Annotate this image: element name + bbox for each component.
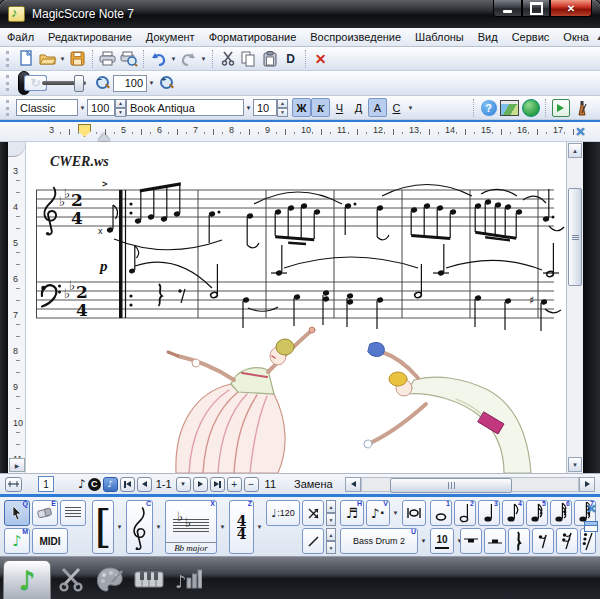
- page-number-box[interactable]: 1: [38, 476, 54, 492]
- zoom-dropdown[interactable]: ▼: [147, 74, 156, 92]
- tempo-slider[interactable]: [42, 81, 86, 85]
- open-dropdown[interactable]: ▼: [58, 50, 67, 68]
- time-dropdown[interactable]: ▼: [255, 521, 264, 533]
- italic-button[interactable]: K: [311, 98, 330, 117]
- select-tool-button[interactable]: Q: [4, 500, 30, 526]
- print-preview-button[interactable]: [118, 49, 139, 69]
- style-scale-spinner[interactable]: ▲▼: [115, 99, 126, 117]
- style-preset-select[interactable]: Classic: [16, 99, 78, 116]
- duration-32nd-button[interactable]: 6: [550, 500, 572, 526]
- bracket-dropdown[interactable]: ▼: [115, 521, 124, 533]
- eraser-tool-button[interactable]: E: [32, 500, 58, 526]
- screenshot-button[interactable]: [499, 98, 520, 118]
- tuplet-spinner[interactable]: ▲▼: [326, 528, 336, 554]
- underline-button[interactable]: Ч: [330, 98, 349, 117]
- copy-button[interactable]: [238, 49, 259, 69]
- rest-half-button[interactable]: [484, 528, 506, 554]
- slider-thumb[interactable]: [74, 75, 84, 92]
- font-size-input[interactable]: 10: [253, 99, 277, 116]
- tuplet-button[interactable]: [302, 528, 324, 554]
- measure-dropdown[interactable]: ▼: [176, 477, 191, 492]
- open-button[interactable]: [37, 49, 58, 69]
- tab-keyboard[interactable]: [131, 562, 167, 596]
- scroll-right-button[interactable]: [579, 477, 595, 492]
- font-size-spinner[interactable]: ▲▼: [277, 99, 288, 117]
- help-button[interactable]: ?: [478, 98, 499, 118]
- c-style-button[interactable]: C: [387, 98, 406, 117]
- menu-document[interactable]: Документ: [139, 28, 202, 46]
- horizontal-scroll-thumb[interactable]: [390, 478, 512, 493]
- remove-measure-button[interactable]: −: [244, 477, 259, 492]
- bold-button[interactable]: Ж: [292, 98, 311, 117]
- next-measure-button[interactable]: [193, 477, 208, 492]
- horizontal-ruler[interactable]: 34567891011121314151617 ✕: [0, 122, 600, 142]
- quick-play-button[interactable]: [550, 98, 571, 118]
- time-signature-button[interactable]: Z 4 4: [229, 500, 254, 554]
- menu-windows[interactable]: Окна: [556, 28, 596, 46]
- print-button[interactable]: [97, 49, 118, 69]
- menu-scroll-up-icon[interactable]: ▲: [596, 34, 600, 41]
- duration-quarter-button[interactable]: 3: [478, 500, 500, 526]
- font-family-select[interactable]: Book Antiqua: [126, 99, 244, 116]
- breve-button[interactable]: [402, 500, 426, 526]
- drum-dropdown[interactable]: ▼: [419, 535, 428, 547]
- metronome-button[interactable]: [571, 98, 592, 118]
- menu-view[interactable]: Вид: [471, 28, 505, 46]
- maximize-button[interactable]: [522, 0, 550, 17]
- rest-16th-button[interactable]: [556, 528, 578, 554]
- bracket-button[interactable]: [: [92, 500, 114, 554]
- dotted-note-button[interactable]: V ♪·: [366, 500, 390, 526]
- zoom-in-button[interactable]: +: [156, 73, 177, 93]
- web-button[interactable]: [520, 98, 541, 118]
- treble-notes[interactable]: [134, 182, 554, 247]
- vertical-scrollbar[interactable]: ▲ ▼: [566, 142, 583, 473]
- drum-select[interactable]: U Bass Drum 2: [340, 528, 418, 554]
- score-canvas[interactable]: CWER.ws: [26, 142, 566, 473]
- style-preset-dropdown[interactable]: ▼: [78, 99, 87, 117]
- duration-16th-button[interactable]: 5: [526, 500, 548, 526]
- vertical-scroll-thumb[interactable]: [568, 188, 582, 286]
- palette-panel-icon[interactable]: [584, 521, 598, 532]
- note-cursor-icon[interactable]: ♪: [78, 477, 86, 491]
- style-scale-input[interactable]: 100: [87, 99, 115, 116]
- redo-button[interactable]: [178, 49, 199, 69]
- save-button[interactable]: [67, 49, 88, 69]
- menu-playback[interactable]: Воспроизведение: [303, 28, 408, 46]
- paste-button[interactable]: [259, 49, 280, 69]
- dotted-dropdown[interactable]: ▼: [391, 507, 400, 519]
- note-entry-button[interactable]: M ♪: [4, 528, 30, 554]
- close-button[interactable]: ✕: [550, 0, 592, 17]
- last-measure-button[interactable]: [210, 477, 225, 492]
- rest-eighth-button[interactable]: [532, 528, 554, 554]
- voice-spinner[interactable]: ▲▼: [326, 500, 336, 526]
- note-input-toggle[interactable]: ♪: [103, 477, 118, 492]
- tab-notes-active[interactable]: ♪: [3, 560, 51, 599]
- first-measure-button[interactable]: [120, 477, 135, 492]
- cut-button[interactable]: [217, 49, 238, 69]
- clef-dropdown[interactable]: ▼: [154, 521, 163, 533]
- duration-half-button[interactable]: 2: [454, 500, 476, 526]
- rest-whole-button[interactable]: [460, 528, 482, 554]
- staff-lines-tool-button[interactable]: [60, 500, 86, 526]
- midi-button[interactable]: MIDI: [32, 528, 68, 554]
- score-page[interactable]: CWER.ws: [26, 142, 566, 473]
- menu-templates[interactable]: Шаблоны: [408, 28, 471, 46]
- ruler-toggle-button[interactable]: [5, 477, 22, 492]
- menu-format[interactable]: Форматирование: [202, 28, 304, 46]
- tab-cut-tools[interactable]: [53, 562, 89, 596]
- scroll-left-button[interactable]: [345, 477, 361, 492]
- staff-count-button[interactable]: 10: [430, 528, 454, 554]
- c-mode-badge[interactable]: C: [88, 478, 101, 491]
- font-family-dropdown[interactable]: ▼: [244, 99, 253, 117]
- scroll-up-button[interactable]: ▲: [568, 143, 582, 158]
- horizontal-scrollbar[interactable]: [345, 476, 595, 492]
- tab-mixer[interactable]: ♪: [170, 562, 206, 596]
- palette-close-button[interactable]: ✕: [584, 501, 599, 516]
- key-dropdown[interactable]: ▼: [218, 521, 227, 533]
- toolbar-grip[interactable]: [6, 75, 12, 91]
- rest-quarter-button[interactable]: [508, 528, 530, 554]
- special-paste-button[interactable]: D: [280, 49, 301, 69]
- ruler-bottom-button[interactable]: ▶: [9, 458, 25, 472]
- duration-whole-button[interactable]: 1: [430, 500, 452, 526]
- new-document-button[interactable]: [16, 49, 37, 69]
